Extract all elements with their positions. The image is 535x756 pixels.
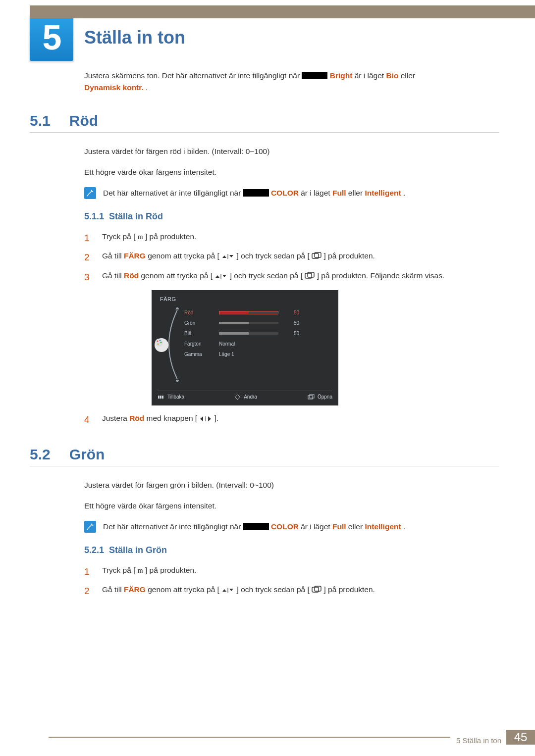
chapter-title: Ställa in ton bbox=[84, 27, 185, 48]
osd-change: Ändra bbox=[235, 393, 257, 401]
up-down-icon bbox=[221, 253, 234, 260]
up-down-icon bbox=[221, 587, 234, 594]
osd-row-red: Röd 50 bbox=[184, 307, 332, 318]
left-right-icon bbox=[199, 415, 212, 422]
step-2: 2 Gå till FÄRG genom att trycka på [ ] o… bbox=[84, 250, 499, 264]
svg-point-5 bbox=[157, 341, 159, 342]
footer-rule bbox=[49, 730, 450, 738]
intro-dynkontr: Dynamisk kontr. bbox=[84, 83, 144, 92]
step-4: 4 Justera Röd med knappen [ ]. bbox=[84, 412, 499, 427]
osd-title: FÄRG bbox=[160, 295, 332, 303]
svg-point-6 bbox=[160, 340, 161, 342]
osd-row-tone: Färgton Normal bbox=[184, 339, 332, 349]
svg-rect-12 bbox=[308, 396, 313, 399]
intro-text: eller bbox=[401, 71, 415, 80]
osd-open: Öppna bbox=[308, 393, 332, 401]
enter-icon bbox=[312, 586, 321, 594]
svg-rect-10 bbox=[160, 396, 161, 399]
step-2: 2 Gå till FÄRG genom att trycka på [ ] o… bbox=[84, 584, 499, 598]
note-icon bbox=[84, 187, 96, 199]
note-icon bbox=[84, 521, 96, 533]
note-text: Det här alternativet är inte tillgänglig… bbox=[103, 521, 405, 533]
step-number: 3 bbox=[84, 270, 93, 284]
footer-text: 5 Ställa in ton bbox=[450, 736, 506, 745]
step-1: 1 Tryck på [ m ] på produkten. bbox=[84, 231, 499, 245]
section-title: Grön bbox=[69, 446, 105, 463]
redacted-chip bbox=[243, 189, 269, 197]
intro-text: är i läget bbox=[355, 71, 386, 80]
osd-scroll-curve bbox=[158, 307, 184, 382]
step-number: 1 bbox=[84, 564, 93, 579]
step-number: 2 bbox=[84, 250, 93, 264]
section-number: 5.1 bbox=[30, 112, 51, 129]
top-accent-bar bbox=[30, 5, 535, 18]
svg-rect-11 bbox=[162, 396, 163, 399]
step-number: 4 bbox=[84, 412, 93, 427]
intro-bio: Bio bbox=[386, 71, 398, 80]
svg-point-4 bbox=[155, 339, 163, 347]
section-p1: Justera värdet för färgen röd i bilden. … bbox=[84, 146, 499, 157]
osd-back: Tillbaka bbox=[158, 393, 184, 401]
redacted-chip bbox=[243, 523, 269, 530]
intro-text: . bbox=[146, 83, 148, 92]
osd-screenshot: FÄRG Röd bbox=[152, 290, 338, 405]
chapter-number-box: 5 bbox=[30, 14, 73, 61]
enter-icon bbox=[305, 272, 315, 280]
subsection-title: 5.1.1 Ställa in Röd bbox=[84, 210, 499, 224]
redacted-chip bbox=[302, 72, 327, 79]
up-down-icon bbox=[214, 273, 227, 280]
section-5-1: 5.1 Röd Justera värdet för färgen röd i … bbox=[30, 112, 499, 427]
svg-point-8 bbox=[158, 344, 159, 345]
osd-row-gamma: Gamma Läge 1 bbox=[184, 349, 332, 359]
osd-footer: Tillbaka Ändra Öppna bbox=[158, 391, 332, 401]
section-number: 5.2 bbox=[30, 446, 51, 463]
enter-icon bbox=[312, 252, 321, 260]
note-text: Det här alternativet är inte tillgänglig… bbox=[103, 187, 405, 199]
section-p1: Justera värdet för färgen grön i bilden.… bbox=[84, 479, 499, 491]
osd-row-green: Grön 50 bbox=[184, 318, 332, 328]
note-box: Det här alternativet är inte tillgänglig… bbox=[84, 187, 499, 199]
section-title: Röd bbox=[69, 112, 98, 129]
section-p2: Ett högre värde ökar färgens intensitet. bbox=[84, 500, 499, 512]
chapter-header: 5 Ställa in ton bbox=[30, 14, 499, 61]
subsection-title: 5.2.1 Ställa in Grön bbox=[84, 544, 499, 557]
menu-key-icon: m bbox=[138, 567, 143, 574]
menu-key-icon: m bbox=[138, 233, 143, 241]
intro-text: Justera skärmens ton. Det här alternativ… bbox=[84, 71, 302, 80]
step-1: 1 Tryck på [ m ] på produkten. bbox=[84, 564, 499, 579]
section-5-2: 5.2 Grön Justera värdet för färgen grön … bbox=[30, 446, 499, 599]
page-footer: 5 Ställa in ton 45 bbox=[49, 730, 535, 745]
step-number: 2 bbox=[84, 584, 93, 598]
svg-rect-9 bbox=[158, 396, 160, 399]
section-p2: Ett högre värde ökar färgens intensitet. bbox=[84, 166, 499, 178]
footer-page-number: 45 bbox=[506, 730, 535, 745]
osd-row-blue: Blå 50 bbox=[184, 328, 332, 339]
step-3: 3 Gå till Röd genom att trycka på [ ] oc… bbox=[84, 270, 499, 284]
step-number: 1 bbox=[84, 231, 93, 245]
svg-rect-13 bbox=[310, 395, 314, 398]
intro-bright: Bright bbox=[330, 71, 353, 80]
svg-point-7 bbox=[160, 342, 162, 344]
chapter-intro: Justera skärmens ton. Det här alternativ… bbox=[84, 70, 499, 94]
note-box: Det här alternativet är inte tillgänglig… bbox=[84, 521, 499, 533]
